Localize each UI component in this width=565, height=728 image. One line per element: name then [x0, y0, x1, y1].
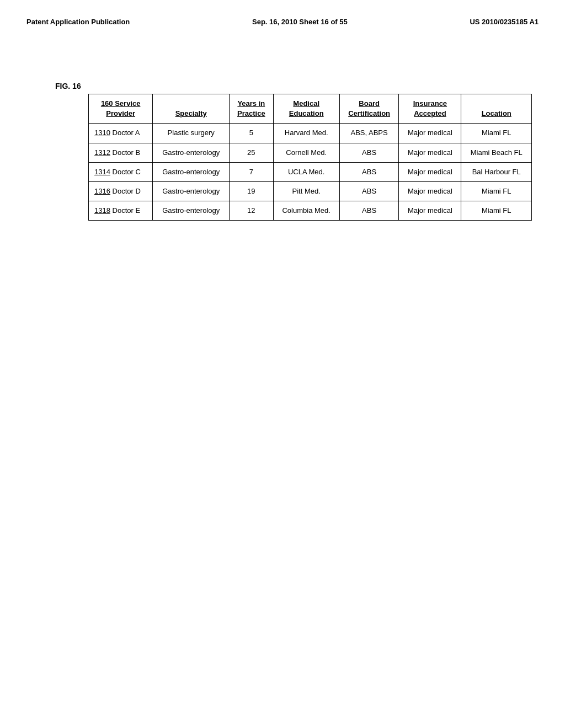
table-row: 1310 Doctor APlastic surgery5Harvard Med… [89, 124, 532, 143]
cell-provider: 1318 Doctor E [89, 201, 153, 221]
cell-provider: 1314 Doctor C [89, 162, 153, 181]
cell-years: 25 [230, 143, 273, 162]
cell-location: Miami FL [461, 124, 532, 143]
cell-specialty: Plastic surgery [153, 124, 230, 143]
cell-location: Miami FL [461, 181, 532, 201]
cell-education: Columbia Med. [273, 201, 339, 221]
cell-provider: 1310 Doctor A [89, 124, 153, 143]
header-center: Sep. 16, 2010 Sheet 16 of 55 [252, 18, 348, 26]
table-row: 1314 Doctor CGastro-enterology7UCLA Med.… [89, 162, 532, 181]
cell-education: Pitt Med. [273, 181, 339, 201]
cell-insurance: Major medical [399, 181, 461, 201]
col-header-insurance: InsuranceAccepted [399, 94, 461, 124]
table-row: 1318 Doctor EGastro-enterology12Columbia… [89, 201, 532, 221]
cell-years: 12 [230, 201, 273, 221]
cell-certification: ABS [339, 181, 398, 201]
cell-insurance: Major medical [399, 143, 461, 162]
cell-education: Harvard Med. [273, 124, 339, 143]
cell-certification: ABS [339, 162, 398, 181]
cell-certification: ABS, ABPS [339, 124, 398, 143]
page-header: Patent Application Publication Sep. 16, … [0, 0, 565, 35]
cell-location: Miami FL [461, 201, 532, 221]
header-left: Patent Application Publication [26, 18, 130, 26]
data-table-container: 160 ServiceProvider Specialty Years inPr… [88, 94, 532, 221]
col-header-specialty: Specialty [153, 94, 230, 124]
cell-years: 7 [230, 162, 273, 181]
cell-specialty: Gastro-enterology [153, 181, 230, 201]
cell-specialty: Gastro-enterology [153, 201, 230, 221]
cell-years: 5 [230, 124, 273, 143]
cell-location: Bal Harbour FL [461, 162, 532, 181]
table-row: 1312 Doctor BGastro-enterology25Cornell … [89, 143, 532, 162]
col-header-years: Years inPractice [230, 94, 273, 124]
cell-specialty: Gastro-enterology [153, 162, 230, 181]
col-header-provider: 160 ServiceProvider [89, 94, 153, 124]
cell-insurance: Major medical [399, 162, 461, 181]
cell-certification: ABS [339, 201, 398, 221]
cell-location: Miami Beach FL [461, 143, 532, 162]
cell-education: UCLA Med. [273, 162, 339, 181]
col-header-location: Location [461, 94, 532, 124]
header-right: US 2010/0235185 A1 [470, 18, 539, 26]
doctor-table: 160 ServiceProvider Specialty Years inPr… [88, 94, 532, 221]
table-header-row: 160 ServiceProvider Specialty Years inPr… [89, 94, 532, 124]
cell-provider: 1316 Doctor D [89, 181, 153, 201]
cell-insurance: Major medical [399, 124, 461, 143]
cell-education: Cornell Med. [273, 143, 339, 162]
fig-label: FIG. 16 [55, 82, 81, 90]
cell-years: 19 [230, 181, 273, 201]
col-header-certification: BoardCertification [339, 94, 398, 124]
cell-insurance: Major medical [399, 201, 461, 221]
cell-specialty: Gastro-enterology [153, 143, 230, 162]
table-row: 1316 Doctor DGastro-enterology19Pitt Med… [89, 181, 532, 201]
cell-provider: 1312 Doctor B [89, 143, 153, 162]
col-header-education: MedicalEducation [273, 94, 339, 124]
cell-certification: ABS [339, 143, 398, 162]
